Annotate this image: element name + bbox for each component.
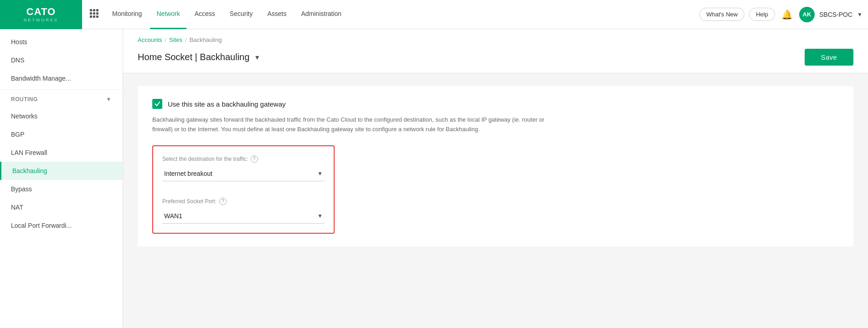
- whats-new-button[interactable]: What's New: [699, 8, 744, 21]
- svg-rect-0: [90, 9, 92, 11]
- config-box: Select the destination for the traffic: …: [152, 145, 335, 234]
- destination-label-text: Select the destination for the traffic:: [162, 156, 248, 162]
- svg-rect-4: [93, 12, 95, 15]
- account-name[interactable]: SBCS-POC: [819, 11, 852, 18]
- content-body: Use this site as a backhauling gateway B…: [123, 73, 868, 259]
- svg-rect-2: [96, 9, 98, 11]
- svg-rect-1: [93, 9, 95, 11]
- page-title-row: Home Socket | Backhauling ▼ Save: [138, 49, 853, 66]
- nav-access[interactable]: Access: [188, 0, 222, 29]
- destination-dropdown-arrow-icon: ▼: [317, 170, 323, 177]
- sidebar-item-backhauling[interactable]: Backhauling: [0, 162, 123, 180]
- breadcrumb: Accounts / Sites / Backhauling: [138, 36, 853, 43]
- destination-field-label: Select the destination for the traffic: …: [162, 155, 325, 163]
- sidebar-item-bgp[interactable]: BGP: [0, 125, 123, 144]
- breadcrumb-sep-2: /: [185, 36, 187, 43]
- logo[interactable]: CATO NETWORKS: [0, 0, 82, 29]
- destination-dropdown[interactable]: Internet breakout ▼: [162, 166, 325, 181]
- nav-assets[interactable]: Assets: [261, 0, 293, 29]
- sidebar-item-hosts[interactable]: Hosts: [0, 33, 123, 51]
- page-title-text: Home Socket | Backhauling: [138, 52, 249, 62]
- routing-chevron-icon: ▼: [106, 96, 112, 102]
- sidebar-item-local-port-forwarding[interactable]: Local Port Forwardi...: [0, 216, 123, 235]
- nav-right-controls: What's New Help 🔔 AK SBCS-POC ▼: [699, 7, 863, 22]
- sidebar: Hosts DNS Bandwidth Manage... ROUTING ▼ …: [0, 29, 123, 328]
- sidebar-item-bandwidth[interactable]: Bandwidth Manage...: [0, 69, 123, 87]
- svg-rect-3: [90, 12, 92, 15]
- page-title[interactable]: Home Socket | Backhauling ▼: [138, 52, 260, 62]
- sidebar-item-networks[interactable]: Networks: [0, 107, 123, 125]
- backhauling-checkbox-label: Use this site as a backhauling gateway: [168, 100, 285, 108]
- svg-rect-5: [96, 12, 98, 15]
- nav-menu: Monitoring Network Access Security Asset…: [106, 0, 699, 29]
- grid-icon[interactable]: [89, 9, 98, 20]
- routing-section-header[interactable]: ROUTING ▼: [0, 92, 123, 107]
- nav-network[interactable]: Network: [150, 0, 186, 29]
- nav-monitoring[interactable]: Monitoring: [106, 0, 148, 29]
- breadcrumb-sep-1: /: [165, 36, 166, 43]
- socket-port-label-text: Preferred Socket Port:: [162, 198, 217, 205]
- destination-value: Internet breakout: [164, 170, 212, 177]
- socket-port-help-icon[interactable]: ?: [219, 198, 227, 205]
- save-button[interactable]: Save: [805, 49, 853, 66]
- logo-name: CATO: [24, 7, 58, 17]
- socket-port-dropdown[interactable]: WAN1 ▼: [162, 209, 325, 224]
- nav-administration[interactable]: Administration: [294, 0, 348, 29]
- sidebar-item-bypass[interactable]: Bypass: [0, 180, 123, 198]
- sidebar-item-dns[interactable]: DNS: [0, 51, 123, 69]
- field-separator: [162, 190, 325, 198]
- title-chevron-icon: ▼: [254, 54, 260, 61]
- logo-sub: NETWORKS: [24, 18, 58, 22]
- socket-port-dropdown-arrow-icon: ▼: [317, 213, 323, 219]
- sidebar-divider: [0, 89, 123, 90]
- breadcrumb-accounts[interactable]: Accounts: [138, 36, 162, 43]
- backhauling-checkbox-row: Use this site as a backhauling gateway: [152, 99, 839, 109]
- account-chevron-icon[interactable]: ▼: [857, 11, 863, 18]
- sidebar-item-nat[interactable]: NAT: [0, 198, 123, 216]
- sidebar-item-lan-firewall[interactable]: LAN Firewall: [0, 144, 123, 162]
- breadcrumb-current: Backhauling: [190, 36, 222, 43]
- socket-port-field-label: Preferred Socket Port: ?: [162, 198, 325, 205]
- svg-rect-8: [96, 15, 98, 18]
- help-button[interactable]: Help: [749, 8, 775, 21]
- socket-port-value: WAN1: [164, 212, 182, 220]
- destination-help-icon[interactable]: ?: [251, 155, 258, 163]
- backhauling-checkbox[interactable]: [152, 99, 162, 109]
- svg-rect-7: [93, 15, 95, 18]
- content-header: Accounts / Sites / Backhauling Home Sock…: [123, 29, 868, 73]
- top-navigation: CATO NETWORKS Monitoring Network Access …: [0, 0, 868, 29]
- backhauling-card: Use this site as a backhauling gateway B…: [138, 86, 853, 246]
- backhauling-description: Backhauling gateway sites forward the ba…: [152, 115, 563, 134]
- content-area: Accounts / Sites / Backhauling Home Sock…: [123, 29, 868, 328]
- avatar[interactable]: AK: [799, 7, 815, 22]
- svg-rect-6: [90, 15, 92, 18]
- notification-bell-icon[interactable]: 🔔: [781, 9, 793, 20]
- nav-security[interactable]: Security: [223, 0, 259, 29]
- routing-section-label: ROUTING: [11, 96, 38, 102]
- breadcrumb-sites[interactable]: Sites: [169, 36, 182, 43]
- main-layout: Hosts DNS Bandwidth Manage... ROUTING ▼ …: [0, 29, 868, 328]
